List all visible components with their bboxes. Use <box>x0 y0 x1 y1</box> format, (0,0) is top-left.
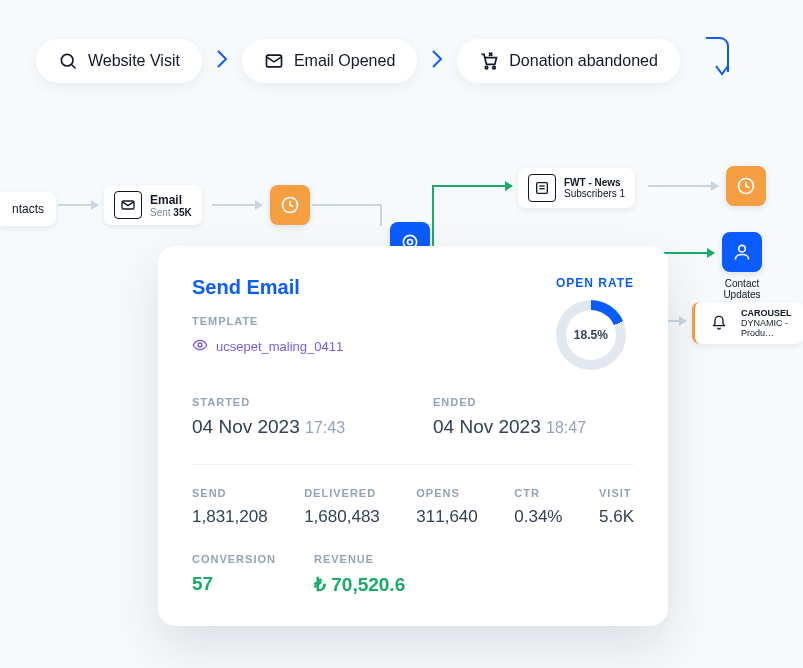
node-contact-updates[interactable] <box>722 232 762 272</box>
crumb-email-opened[interactable]: Email Opened <box>242 39 417 83</box>
node-title: Email <box>150 193 192 207</box>
node-line1: FWT - News <box>564 177 625 188</box>
started-label: STARTED <box>192 396 393 408</box>
arrow-down-icon <box>704 36 734 86</box>
clock-icon <box>280 195 300 215</box>
svg-point-0 <box>61 54 73 66</box>
metric-label: DELIVERED <box>304 487 380 499</box>
node-contacts[interactable]: ntacts <box>0 192 56 226</box>
template-link[interactable]: ucsepet_maling_0411 <box>192 337 343 356</box>
flow-arrow <box>58 204 98 206</box>
detail-card: Send Email TEMPLATE ucsepet_maling_0411 … <box>158 246 668 626</box>
metric-label: CTR <box>514 487 562 499</box>
breadcrumb: Website Visit Email Opened Donation aban… <box>36 36 734 86</box>
metric-value: 5.6K <box>599 507 634 527</box>
node-wait[interactable] <box>270 185 310 225</box>
node-email[interactable]: Email Sent 35K <box>104 185 202 225</box>
flow-connector <box>312 204 382 206</box>
node-fwt-news[interactable]: FWT - News Subscribers 1 <box>518 168 635 208</box>
mail-icon <box>264 51 284 71</box>
svg-point-16 <box>198 343 202 347</box>
node-wait[interactable] <box>726 166 766 206</box>
flow-arrow <box>212 204 262 206</box>
search-icon <box>58 51 78 71</box>
node-sub: Sent <box>150 207 173 218</box>
openrate-value: 18.5% <box>574 328 608 342</box>
metric-label: REVENUE <box>314 553 405 565</box>
template-label: TEMPLATE <box>192 315 343 327</box>
crumb-label: Website Visit <box>88 52 180 70</box>
crumb-website-visit[interactable]: Website Visit <box>36 39 202 83</box>
mail-icon <box>114 191 142 219</box>
bell-icon <box>705 309 733 337</box>
started-date: 04 Nov 2023 <box>192 416 300 437</box>
crumb-label: Email Opened <box>294 52 395 70</box>
cart-x-icon <box>479 51 499 71</box>
flow-arrow <box>648 185 718 187</box>
chevron-right-icon <box>216 49 228 74</box>
node-carousel[interactable]: CAROUSEL DYNAMIC - Produ… <box>692 302 803 344</box>
template-name: ucsepet_maling_0411 <box>216 339 343 354</box>
node-line2: DYNAMIC - Produ… <box>741 318 793 338</box>
crumb-label: Donation abandoned <box>509 52 658 70</box>
news-icon <box>528 174 556 202</box>
openrate-label: OPEN RATE <box>556 276 634 290</box>
openrate-donut: 18.5% <box>556 300 626 370</box>
metric-value: 1,680,483 <box>304 507 380 527</box>
started-time: 17:43 <box>305 419 345 436</box>
svg-point-15 <box>739 245 746 252</box>
metric-label: VISIT <box>599 487 634 499</box>
clock-icon <box>736 176 756 196</box>
flow-arrow <box>432 185 512 187</box>
card-title: Send Email <box>192 276 343 299</box>
eye-icon <box>192 337 208 356</box>
node-line1: CAROUSEL <box>741 308 793 318</box>
metric-value: 311,640 <box>416 507 477 527</box>
metric-label: CONVERSION <box>192 553 276 565</box>
node-label: ntacts <box>12 202 44 216</box>
node-sub-bold: 35K <box>173 207 191 218</box>
svg-point-3 <box>486 66 489 69</box>
svg-line-1 <box>72 65 76 69</box>
flow-connector <box>380 204 382 226</box>
chevron-right-icon <box>431 49 443 74</box>
node-caption: Contact Updates <box>712 278 772 300</box>
ended-label: ENDED <box>433 396 634 408</box>
node-line2: Subscribers 1 <box>564 188 625 199</box>
crumb-donation-abandoned[interactable]: Donation abandoned <box>457 39 680 83</box>
ended-time: 18:47 <box>546 419 586 436</box>
svg-point-9 <box>408 240 413 245</box>
metric-value: 57 <box>192 573 276 595</box>
metric-value: 0.34% <box>514 507 562 527</box>
metric-label: SEND <box>192 487 268 499</box>
metric-value: 1,831,208 <box>192 507 268 527</box>
metric-value: ₺ 70,520.6 <box>314 573 405 596</box>
ended-date: 04 Nov 2023 <box>433 416 541 437</box>
svg-point-4 <box>493 66 496 69</box>
flow-connector <box>432 185 434 240</box>
user-icon <box>732 242 752 262</box>
metric-label: OPENS <box>416 487 477 499</box>
